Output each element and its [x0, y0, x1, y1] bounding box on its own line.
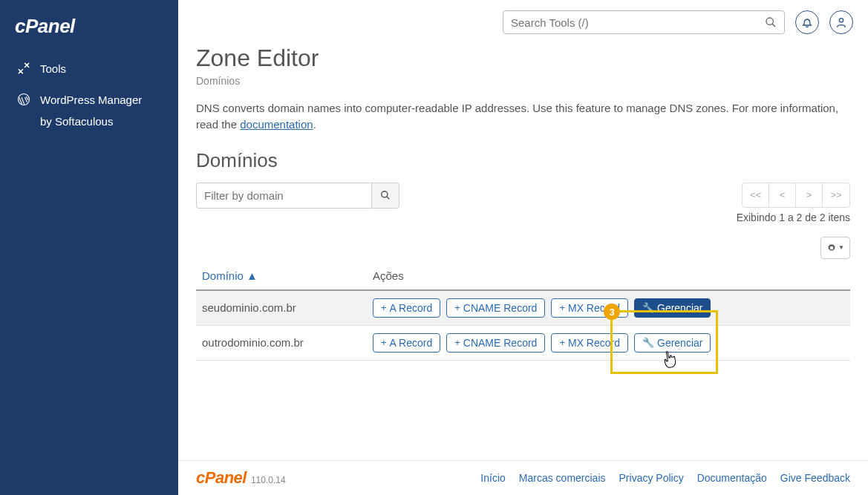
btn-label: MX Record	[568, 337, 620, 349]
tools-icon	[16, 62, 31, 75]
pager-last[interactable]: >>	[823, 183, 849, 207]
sidebar-item-wordpress-sub[interactable]: by Softaculous	[0, 115, 178, 137]
btn-label: CNAME Record	[463, 337, 538, 349]
search-icon[interactable]	[765, 16, 777, 28]
search-box[interactable]	[503, 10, 785, 34]
account-button[interactable]	[829, 10, 853, 34]
table-row: outrodominio.com.br +A Record +CNAME Rec…	[196, 325, 850, 360]
content: Zone Editor Domínios DNS converts domain…	[178, 34, 868, 495]
filter-group	[196, 183, 399, 209]
column-label: Domínio	[202, 269, 244, 282]
footer: cPanel 110.0.14 Início Marcas comerciais…	[178, 460, 868, 495]
sidebar-item-label: WordPress Manager	[40, 94, 142, 106]
results-count: Exibindo 1 a 2 de 2 itens	[196, 212, 850, 223]
sidebar: cPanel Tools WordPress Manager by Softac…	[0, 0, 178, 495]
column-header-actions: Ações	[367, 269, 850, 290]
description-text-2: .	[313, 118, 316, 131]
svg-line-7	[387, 197, 390, 200]
btn-label: MX Record	[568, 302, 620, 314]
add-a-record-button[interactable]: +A Record	[373, 298, 440, 318]
user-icon	[835, 16, 847, 28]
wordpress-icon	[16, 93, 31, 106]
search-icon	[380, 190, 391, 200]
page-description: DNS converts domain names into computer-…	[196, 100, 850, 133]
filter-input[interactable]	[196, 183, 371, 209]
sort-domain[interactable]: Domínio ▲	[202, 269, 258, 282]
domains-table: Domínio ▲ Ações seudominio.com.br +A Rec…	[196, 269, 850, 361]
table-settings-row: ▼	[196, 237, 850, 259]
add-a-record-button[interactable]: +A Record	[373, 333, 440, 353]
svg-point-5	[839, 19, 843, 22]
breadcrumb[interactable]: Domínios	[196, 75, 850, 87]
footer-links: Início Marcas comerciais Privacy Policy …	[480, 472, 850, 484]
pagination: << < > >>	[742, 183, 850, 208]
add-cname-record-button[interactable]: +CNAME Record	[446, 298, 545, 318]
footer-version: 110.0.14	[251, 475, 286, 485]
table-row: seudominio.com.br +A Record +CNAME Recor…	[196, 290, 850, 326]
documentation-link[interactable]: documentation	[240, 118, 313, 131]
topbar	[178, 0, 868, 34]
wrench-icon: 🔧	[642, 302, 654, 313]
filter-search-button[interactable]	[371, 183, 399, 209]
pager-first[interactable]: <<	[743, 183, 769, 207]
section-heading: Domínios	[196, 149, 850, 172]
sidebar-item-tools[interactable]: Tools	[0, 53, 178, 84]
domain-cell: seudominio.com.br	[196, 290, 367, 326]
btn-label: A Record	[390, 302, 433, 314]
add-cname-record-button[interactable]: +CNAME Record	[446, 333, 545, 353]
main: Zone Editor Domínios DNS converts domain…	[178, 0, 868, 495]
brand-logo[interactable]: cPanel	[0, 10, 178, 53]
sort-asc-icon: ▲	[247, 269, 258, 282]
page-title: Zone Editor	[196, 45, 850, 72]
brand-logo-text: cPanel	[15, 15, 75, 37]
plus-icon: +	[559, 337, 565, 348]
pager-next[interactable]: >	[796, 183, 823, 207]
action-buttons: +A Record +CNAME Record +MX Record 🔧Gere…	[373, 333, 844, 353]
table-settings-button[interactable]: ▼	[820, 237, 850, 259]
plus-icon: +	[454, 302, 460, 313]
pager-prev[interactable]: <	[769, 183, 796, 207]
controls-row: << < > >>	[196, 183, 850, 209]
btn-label: Gerenciar	[657, 302, 702, 314]
add-mx-record-button[interactable]: +MX Record	[551, 298, 628, 318]
footer-link-feedback[interactable]: Give Feedback	[780, 472, 850, 484]
footer-link-trademarks[interactable]: Marcas comerciais	[519, 472, 606, 484]
gear-icon	[826, 243, 837, 253]
caret-down-icon: ▼	[838, 244, 844, 251]
manage-button[interactable]: 🔧Gerenciar	[634, 298, 711, 318]
btn-label: CNAME Record	[463, 302, 538, 314]
footer-link-privacy[interactable]: Privacy Policy	[619, 472, 684, 484]
column-header-domain[interactable]: Domínio ▲	[196, 269, 367, 290]
svg-point-6	[382, 191, 388, 197]
sidebar-item-wordpress[interactable]: WordPress Manager	[0, 84, 178, 115]
domain-cell: outrodominio.com.br	[196, 325, 367, 360]
notifications-button[interactable]	[795, 10, 819, 34]
manage-button[interactable]: 🔧Gerenciar	[634, 333, 711, 353]
search-input[interactable]	[511, 16, 765, 29]
add-mx-record-button[interactable]: +MX Record	[551, 333, 628, 353]
plus-icon: +	[454, 337, 460, 348]
plus-icon: +	[381, 302, 387, 313]
wrench-icon: 🔧	[642, 337, 654, 348]
svg-line-4	[772, 24, 775, 27]
plus-icon: +	[559, 302, 565, 313]
bell-icon	[801, 16, 813, 28]
footer-link-docs[interactable]: Documentação	[697, 472, 767, 484]
footer-brand: cPanel 110.0.14	[196, 468, 286, 488]
footer-link-home[interactable]: Início	[480, 472, 505, 484]
sidebar-item-sublabel: by Softaculous	[40, 115, 113, 128]
plus-icon: +	[381, 337, 387, 348]
btn-label: Gerenciar	[657, 337, 702, 349]
sidebar-item-label: Tools	[40, 62, 66, 75]
btn-label: A Record	[390, 337, 433, 349]
svg-point-3	[766, 18, 773, 24]
action-buttons: +A Record +CNAME Record +MX Record 🔧Gere…	[373, 298, 844, 318]
footer-logo[interactable]: cPanel	[196, 468, 247, 488]
